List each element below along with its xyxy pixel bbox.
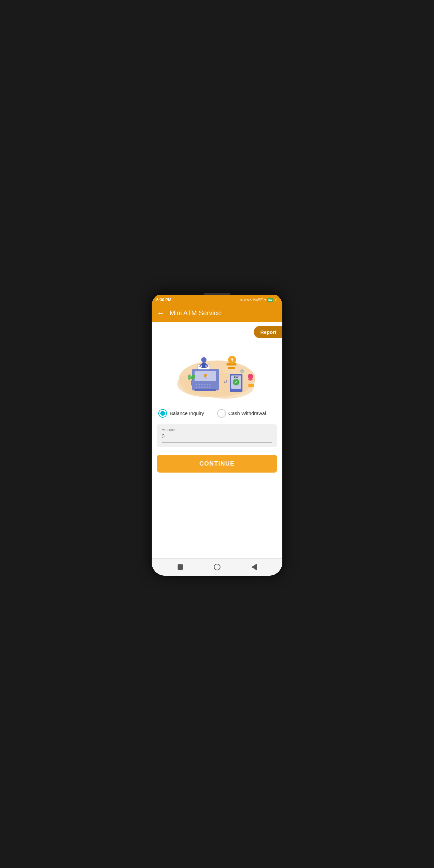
svg-point-17 xyxy=(207,386,208,388)
svg-point-8 xyxy=(198,384,200,385)
svg-point-16 xyxy=(204,386,205,388)
amount-field-container: Amount 0 xyxy=(152,423,282,452)
vo-wifi-icon: VoWiFi xyxy=(253,298,264,302)
back-button[interactable]: ← xyxy=(157,309,164,318)
app-bar: ← Mini ATM Service xyxy=(152,305,282,322)
status-icons: ∗ ✕✕✕ VoWiFi ▾ 84 ⚡ xyxy=(240,298,278,302)
svg-text:⇄: ⇄ xyxy=(223,379,227,384)
notch-bar xyxy=(152,293,282,295)
nav-home-button[interactable] xyxy=(213,563,221,571)
charging-icon: ⚡ xyxy=(274,298,278,302)
amount-underline xyxy=(162,442,272,443)
status-time: 6:30 PM xyxy=(156,298,171,302)
svg-rect-19 xyxy=(194,389,216,391)
svg-rect-23 xyxy=(202,363,206,368)
svg-point-12 xyxy=(201,386,203,388)
svg-point-30 xyxy=(240,369,244,373)
radio-options: Balance Inquiry Cash Withdrawal xyxy=(152,404,282,423)
notch-pill xyxy=(204,293,230,294)
continue-btn-container: CONTINUE xyxy=(152,452,282,479)
cash-withdrawal-option[interactable]: Cash Withdrawal xyxy=(217,409,276,418)
svg-point-14 xyxy=(207,384,208,385)
cash-withdrawal-label: Cash Withdrawal xyxy=(228,410,266,416)
illustration-area: ₹ A xyxy=(152,335,282,404)
svg-point-7 xyxy=(196,384,197,385)
cash-withdrawal-radio[interactable] xyxy=(217,409,226,418)
phone-frame: 6:30 PM ∗ ✕✕✕ VoWiFi ▾ 84 ⚡ ← Mini ATM S… xyxy=(152,293,282,576)
wifi-icon: ▾ xyxy=(265,298,266,302)
amount-value: 0 xyxy=(162,434,272,440)
balance-inquiry-label: Balance Inquiry xyxy=(169,410,204,416)
balance-inquiry-radio[interactable] xyxy=(158,409,167,418)
svg-text:✓: ✓ xyxy=(235,380,238,384)
svg-point-15 xyxy=(209,384,211,385)
svg-rect-27 xyxy=(228,367,235,369)
svg-point-9 xyxy=(201,384,203,385)
status-bar: 6:30 PM ∗ ✕✕✕ VoWiFi ▾ 84 ⚡ xyxy=(152,295,282,305)
svg-rect-38 xyxy=(248,384,254,387)
continue-button[interactable]: CONTINUE xyxy=(157,455,277,472)
battery-indicator: 84 xyxy=(268,298,273,302)
balance-inquiry-radio-inner xyxy=(160,411,165,416)
report-button[interactable]: Report xyxy=(254,326,282,338)
nav-square-button[interactable] xyxy=(176,563,184,571)
svg-point-22 xyxy=(201,357,207,363)
svg-text:₹: ₹ xyxy=(204,374,207,379)
main-content: Report ₹ xyxy=(152,322,282,558)
phone-content: 6:30 PM ∗ ✕✕✕ VoWiFi ▾ 84 ⚡ ← Mini ATM S… xyxy=(152,295,282,576)
nav-back-button[interactable] xyxy=(250,563,258,571)
square-icon xyxy=(178,564,183,570)
bluetooth-icon: ∗ xyxy=(240,298,243,302)
circle-icon xyxy=(214,564,220,570)
bottom-nav xyxy=(152,558,282,576)
balance-inquiry-option[interactable]: Balance Inquiry xyxy=(158,409,217,418)
svg-point-13 xyxy=(204,384,205,385)
svg-text:24/7: 24/7 xyxy=(234,376,239,378)
signal-icon: ✕✕✕ xyxy=(244,298,252,302)
atm-illustration: ₹ A xyxy=(174,341,260,400)
amount-field[interactable]: Amount 0 xyxy=(157,424,277,447)
svg-point-37 xyxy=(248,374,253,379)
app-title: Mini ATM Service xyxy=(169,309,221,317)
svg-point-11 xyxy=(198,386,200,388)
amount-label: Amount xyxy=(162,428,272,432)
svg-point-18 xyxy=(209,386,211,388)
triangle-icon xyxy=(251,564,257,570)
svg-point-10 xyxy=(196,386,197,388)
svg-text:₹: ₹ xyxy=(231,358,234,363)
